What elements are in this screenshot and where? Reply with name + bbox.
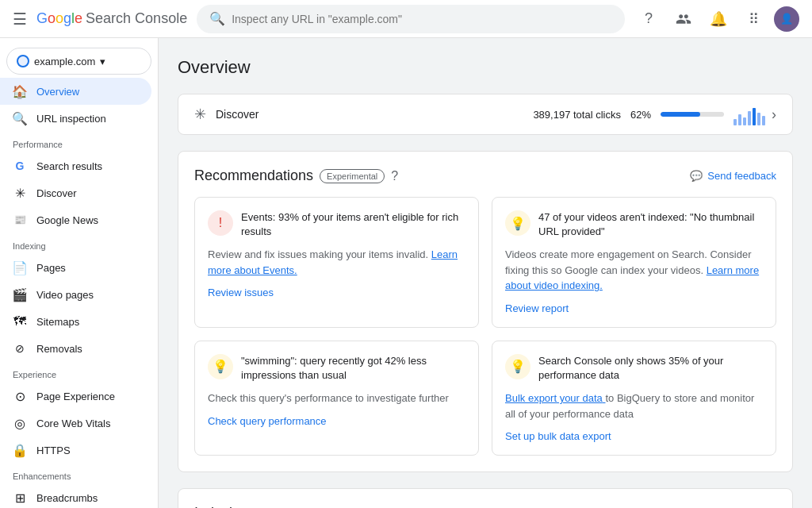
rec-header: Recommendations Experimental ? 💬 Send fe… [194, 167, 776, 184]
nav-item-https[interactable]: 🔒 HTTPS [0, 437, 151, 464]
nav-item-discover[interactable]: ✳ Discover [0, 179, 151, 206]
rec-card-0-body: Review and fix issues making your items … [208, 247, 465, 278]
google-g-icon: G [13, 159, 27, 173]
app-title: Search Console [86, 10, 187, 27]
menu-icon[interactable]: ☰ [13, 10, 27, 29]
nav-item-sitemaps[interactable]: 🗺 Sitemaps [0, 308, 151, 335]
search-icon: 🔍 [209, 11, 225, 26]
discover-progress-bar [661, 112, 724, 117]
search-input[interactable] [232, 13, 612, 25]
rec-card-2-header: 💡 "swimming": query recently got 42% les… [208, 354, 465, 383]
avatar[interactable]: 👤 [774, 6, 799, 32]
nav-item-search-results[interactable]: G Search results [0, 152, 151, 179]
discover-progress-fill [661, 112, 700, 117]
nav-label-pages: Pages [36, 262, 66, 274]
discover-total-clicks: 389,197 total clicks [533, 109, 621, 121]
nav-label-page-experience: Page Experience [36, 391, 115, 402]
search-bar[interactable]: 🔍 [197, 5, 625, 33]
rec-card-1-body: Videos create more engagement on Search.… [505, 247, 763, 294]
rec-card-3-icon: 💡 [505, 354, 530, 379]
discover-bar-icon: ✳ [194, 106, 206, 123]
rec-card-3-body: Bulk export your data to BigQuery to sto… [505, 391, 763, 421]
nav-item-video-pages[interactable]: 🎬 Video pages [0, 281, 151, 308]
rec-card-0-header: ! Events: 93% of your items aren't eligi… [208, 210, 465, 239]
rec-help-icon[interactable]: ? [391, 169, 398, 183]
nav-item-core-web-vitals[interactable]: ◎ Core Web Vitals [0, 410, 151, 437]
rec-card-3: 💡 Search Console only shows 35% of your … [492, 341, 776, 456]
sidebar: example.com ▾ 🏠 Overview 🔍 URL inspectio… [0, 38, 159, 508]
send-feedback-button[interactable]: 💬 Send feedback [690, 170, 776, 182]
rec-card-1-action[interactable]: Review report [505, 302, 569, 314]
nav-item-removals[interactable]: ⊘ Removals [0, 335, 151, 362]
discover-icon: ✳ [13, 186, 27, 200]
breadcrumbs-icon: ⊞ [13, 491, 27, 505]
page-experience-icon: ⊙ [13, 389, 27, 403]
nav-item-overview[interactable]: 🏠 Overview [0, 78, 151, 105]
search-nav-icon: 🔍 [13, 111, 27, 125]
apps-button[interactable]: ⠿ [739, 5, 768, 33]
rec-card-0-title: Events: 93% of your items aren't eligibl… [241, 210, 465, 239]
rec-card-2-icon: 💡 [208, 354, 233, 379]
nav-label-search-results: Search results [36, 160, 102, 172]
site-selector-dropdown-icon: ▾ [100, 56, 141, 67]
news-icon: 📰 [13, 213, 27, 227]
nav-item-pages[interactable]: 📄 Pages [0, 254, 151, 281]
removals-icon: ⊘ [13, 341, 27, 356]
https-icon: 🔒 [13, 443, 27, 457]
sitemaps-icon: 🗺 [13, 314, 27, 329]
pages-icon: 📄 [13, 260, 27, 275]
nav-label-https: HTTPS [36, 444, 71, 456]
help-button[interactable]: ? [634, 5, 663, 33]
site-favicon [17, 55, 29, 67]
nav-label-breadcrumbs: Breadcrumbs [36, 492, 98, 504]
rec-card-1: 💡 47 of your videos aren't indexed: "No … [492, 197, 776, 328]
rec-card-1-icon: 💡 [505, 210, 530, 236]
nav-item-breadcrumbs[interactable]: ⊞ Breadcrumbs [0, 484, 151, 508]
nav-label-core-web-vitals: Core Web Vitals [36, 418, 110, 429]
rec-card-1-title: 47 of your videos aren't indexed: "No th… [538, 210, 763, 239]
section-label-experience: Experience [0, 362, 158, 383]
experimental-badge: Experimental [320, 169, 385, 183]
nav-item-google-news[interactable]: 📰 Google News [0, 206, 151, 233]
notifications-button[interactable]: 🔔 [704, 5, 733, 33]
discover-bar[interactable]: ✳ Discover 389,197 total clicks 62% [178, 94, 793, 135]
layout: example.com ▾ 🏠 Overview 🔍 URL inspectio… [0, 38, 812, 508]
avatar-initials: 👤 [780, 13, 793, 25]
rec-title: Recommendations [194, 167, 313, 184]
nav-item-url-inspection[interactable]: 🔍 URL inspection [0, 105, 151, 132]
rec-card-3-action[interactable]: Set up bulk data export [505, 430, 611, 442]
accounts-button[interactable] [669, 5, 698, 33]
rec-card-2-body: Check this query's performance to invest… [208, 391, 465, 406]
discover-bar-chevron[interactable]: › [772, 106, 776, 123]
nav-label-discover: Discover [36, 187, 77, 199]
rec-card-1-header: 💡 47 of your videos aren't indexed: "No … [505, 210, 763, 239]
feedback-icon: 💬 [690, 170, 703, 182]
rec-card-3-header: 💡 Search Console only shows 35% of your … [505, 354, 763, 383]
home-icon: 🏠 [13, 84, 27, 98]
rec-card-3-link[interactable]: Bulk export your data [505, 392, 605, 404]
discover-stats: 389,197 total clicks 62% [533, 103, 765, 125]
nav-item-page-experience[interactable]: ⊙ Page Experience [0, 383, 151, 410]
rec-card-2: 💡 "swimming": query recently got 42% les… [194, 341, 479, 456]
rec-card-0: ! Events: 93% of your items aren't eligi… [194, 197, 479, 328]
app-logo[interactable]: Google Search Console [36, 10, 187, 27]
rec-card-2-action[interactable]: Check query performance [208, 415, 327, 427]
section-label-indexing: Indexing [0, 233, 158, 254]
rec-card-0-action[interactable]: Review issues [208, 287, 274, 298]
rec-card-2-title: "swimming": query recently got 42% less … [241, 354, 465, 383]
nav-label-removals: Removals [36, 343, 82, 355]
nav-label-url-inspection: URL inspection [36, 113, 106, 125]
discover-bar-label: Discover [216, 108, 533, 121]
nav-label-overview: Overview [36, 86, 79, 98]
section-label-enhancements: Enhancements [0, 464, 158, 484]
recommendations-section: Recommendations Experimental ? 💬 Send fe… [178, 151, 793, 472]
cwv-icon: ◎ [13, 416, 27, 430]
nav-label-video-pages: Video pages [36, 289, 94, 301]
discover-mini-chart [733, 103, 765, 125]
page-title: Overview [178, 57, 793, 78]
topbar-icons: ? 🔔 ⠿ 👤 [634, 5, 799, 33]
topbar: ☰ Google Search Console 🔍 ? 🔔 ⠿ 👤 [0, 0, 812, 38]
site-selector[interactable]: example.com ▾ [6, 48, 151, 75]
send-feedback-label: Send feedback [707, 170, 776, 182]
rec-card-0-icon: ! [208, 210, 233, 236]
